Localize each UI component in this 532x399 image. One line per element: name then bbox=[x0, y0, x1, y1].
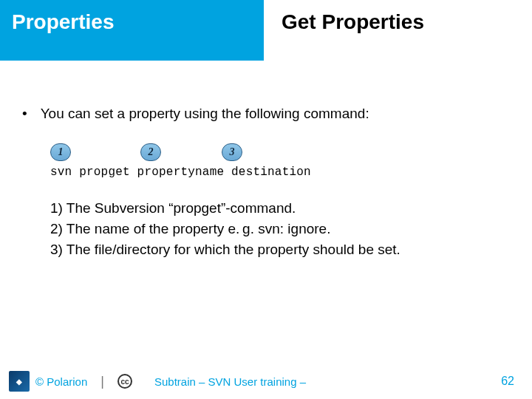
callout-1: 1 bbox=[50, 143, 71, 161]
command-line: svn propget propertyname destination bbox=[50, 166, 510, 179]
copyright-text: © Polarion bbox=[35, 375, 87, 388]
page-number: 62 bbox=[501, 375, 514, 388]
callout-row: 1 2 3 bbox=[50, 143, 510, 161]
slide: Properties Get Properties • You can set … bbox=[0, 0, 532, 399]
list-item-text: The Subversion “propget”-command. bbox=[66, 200, 296, 216]
slide-body: • You can set a property using the follo… bbox=[0, 61, 532, 260]
header-left-title: Properties bbox=[0, 0, 264, 61]
list-item-text: The file/directory for which the propert… bbox=[66, 242, 400, 257]
main-bullet: • You can set a property using the follo… bbox=[22, 105, 510, 123]
header-right-title: Get Properties bbox=[264, 0, 532, 61]
callout-3: 3 bbox=[222, 143, 242, 161]
deck-title: Subtrain – SVN User training – bbox=[154, 375, 306, 388]
list-item-text: The name of the property e. g. svn: igno… bbox=[66, 221, 331, 236]
bullet-marker: • bbox=[22, 105, 27, 123]
list-item: 2) The name of the property e. g. svn: i… bbox=[50, 219, 510, 239]
header: Properties Get Properties bbox=[0, 0, 532, 61]
footer-divider: | bbox=[100, 374, 104, 389]
logo-icon: ◆ bbox=[9, 371, 30, 392]
list-item: 3) The file/directory for which the prop… bbox=[50, 239, 510, 260]
bullet-text: You can set a property using the followi… bbox=[41, 105, 369, 123]
list-item: 1) The Subversion “propget”-command. bbox=[50, 198, 510, 219]
cc-icon: cc bbox=[117, 374, 132, 389]
callout-2: 2 bbox=[140, 143, 161, 161]
ordered-explanations: 1) The Subversion “propget”-command. 2) … bbox=[50, 198, 510, 260]
footer: ◆ © Polarion | cc Subtrain – SVN User tr… bbox=[0, 364, 532, 399]
